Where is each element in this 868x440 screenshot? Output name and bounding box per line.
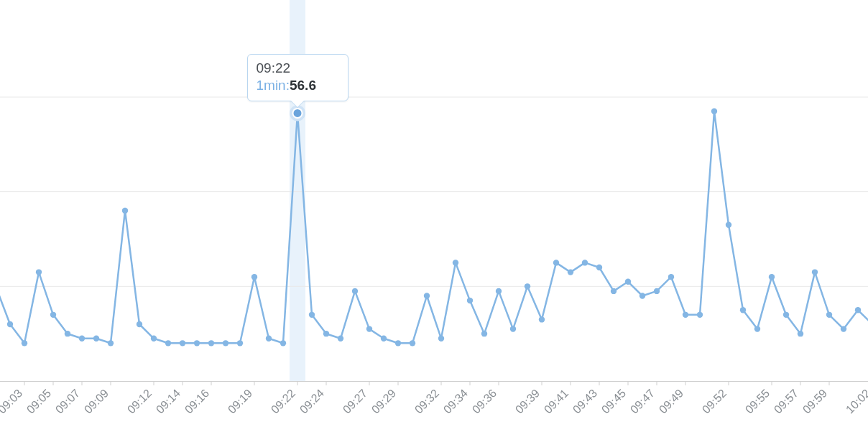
x-tick-label: 10:02 [844,387,868,416]
data-point[interactable] [65,331,70,336]
x-tick-label: 09:24 [297,387,326,416]
data-point[interactable] [783,312,789,318]
data-point[interactable] [568,269,573,275]
tooltip-series-name: 1min: [257,78,290,93]
line-chart[interactable]: 09:0109:0309:0509:0709:0909:1209:1409:16… [0,0,868,440]
data-point[interactable] [769,274,775,280]
data-point[interactable] [7,321,13,327]
x-tick-label: 09:59 [800,387,829,416]
data-point[interactable] [553,260,559,265]
data-point[interactable] [438,336,444,342]
data-point[interactable] [611,288,617,294]
data-point[interactable] [683,312,688,318]
x-tick-label: 09:52 [700,387,729,416]
chart-container: 09:0109:0309:0509:0709:0909:1209:1409:16… [0,0,868,440]
data-point[interactable] [496,288,502,294]
data-point[interactable] [841,326,846,331]
data-point[interactable] [251,274,257,280]
data-point[interactable] [596,265,602,270]
data-point[interactable] [137,321,142,327]
data-point[interactable] [410,340,415,346]
x-tick-label: 09:27 [341,387,369,416]
series-line [0,111,868,344]
data-point[interactable] [223,340,228,346]
data-point[interactable] [180,340,185,346]
x-tick-label: 09:05 [24,387,53,416]
chart-tooltip: 09:22 1min:56.6 [247,54,348,101]
data-point[interactable] [323,331,329,336]
data-point[interactable] [151,336,157,342]
data-point[interactable] [208,340,214,346]
data-point[interactable] [525,283,530,289]
x-tick-label: 09:09 [82,387,111,416]
x-tick-label: 09:32 [412,387,441,416]
x-tick-label: 09:45 [599,387,628,416]
data-point[interactable] [711,109,717,114]
data-point[interactable] [668,274,674,280]
x-tick-label: 09:34 [441,387,470,416]
data-point[interactable] [237,340,243,346]
data-point[interactable] [381,336,387,342]
data-point[interactable] [754,326,760,331]
x-tick-label: 09:47 [628,387,657,416]
tooltip-value: 56.6 [290,78,316,93]
x-tick-label: 09:29 [369,387,398,416]
data-point[interactable] [640,293,645,298]
data-point[interactable] [697,312,703,318]
x-tick-label: 09:03 [0,387,24,416]
x-tick-label: 09:57 [772,387,800,416]
tooltip-value-row: 1min:56.6 [257,78,339,93]
data-point[interactable] [395,340,401,346]
x-tick-label: 09:14 [154,387,183,416]
data-point[interactable] [79,336,85,342]
highlight-point[interactable] [293,109,303,118]
data-point[interactable] [36,269,42,275]
x-tick-label: 09:49 [657,387,685,416]
data-point[interactable] [798,331,803,336]
data-point[interactable] [812,269,818,275]
data-point[interactable] [826,312,832,318]
data-point[interactable] [654,288,660,294]
data-point[interactable] [740,307,746,313]
data-point[interactable] [93,336,99,342]
data-point[interactable] [510,326,516,331]
data-point[interactable] [266,336,272,342]
data-point[interactable] [453,260,458,265]
tooltip-time: 09:22 [257,60,339,76]
data-point[interactable] [22,340,27,346]
data-point[interactable] [122,208,128,214]
data-point[interactable] [467,298,473,303]
x-tick-label: 09:41 [542,387,571,416]
data-point[interactable] [625,279,631,285]
x-tick-label: 09:16 [183,387,211,416]
data-point[interactable] [352,288,358,294]
data-point[interactable] [726,222,731,228]
x-tick-label: 09:22 [269,387,297,416]
data-point[interactable] [194,340,200,346]
data-point[interactable] [855,307,861,313]
x-tick-label: 09:55 [743,387,772,416]
data-point[interactable] [481,331,487,336]
x-tick-label: 09:12 [125,387,154,416]
data-point[interactable] [424,293,430,298]
data-point[interactable] [539,316,545,322]
data-point[interactable] [50,312,56,318]
data-point[interactable] [108,340,114,346]
x-tick-label: 09:19 [226,387,254,416]
data-point[interactable] [280,340,286,346]
x-tick-label: 09:07 [53,387,82,416]
data-point[interactable] [309,312,315,318]
x-tick-label: 09:36 [470,387,499,416]
data-point[interactable] [366,326,372,331]
data-point[interactable] [338,336,343,342]
data-point[interactable] [165,340,171,346]
x-tick-label: 09:39 [513,387,542,416]
x-tick-label: 09:43 [571,387,599,416]
data-point[interactable] [582,260,588,265]
